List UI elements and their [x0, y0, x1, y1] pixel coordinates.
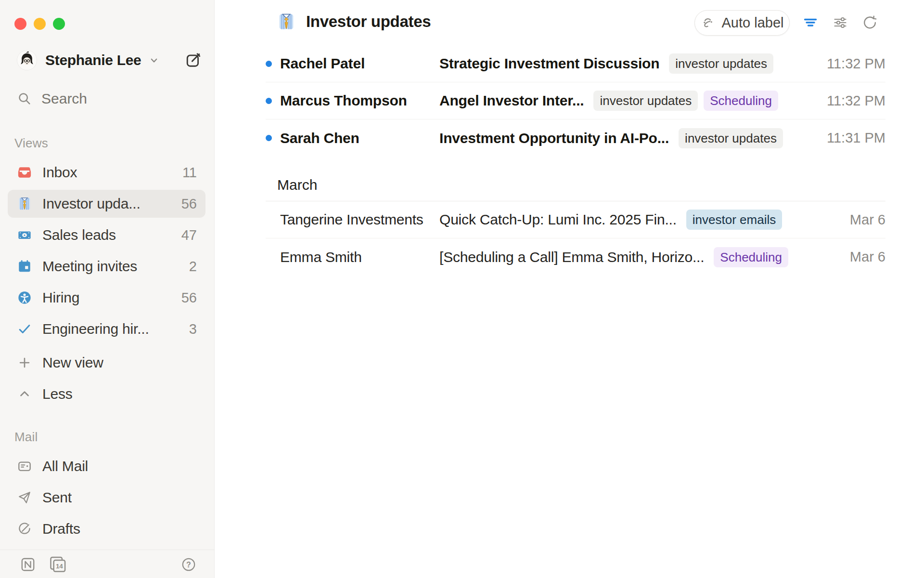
- inbox-icon: [17, 165, 32, 180]
- person-circle-icon: [17, 290, 32, 305]
- unread-count: 56: [181, 196, 197, 212]
- new-view-label: New view: [42, 355, 103, 371]
- mail-section-label: Mail: [14, 430, 38, 445]
- sidebar-item-hiring[interactable]: Hiring 56: [8, 284, 205, 312]
- email-tags: investor updates: [679, 128, 783, 148]
- email-row[interactable]: Emma Smith [Scheduling a Call] Emma Smit…: [266, 238, 886, 276]
- search-input[interactable]: Search: [17, 88, 195, 109]
- unread-dot-icon: [266, 98, 272, 104]
- display-settings-button[interactable]: [830, 12, 851, 33]
- calendar-icon: [17, 259, 32, 274]
- chevron-up-icon: [17, 387, 32, 401]
- all-mail-icon: [17, 459, 32, 473]
- sidebar-item-sales-leads[interactable]: Sales leads 47: [8, 221, 205, 249]
- email-tags: investor updates: [669, 53, 773, 74]
- compose-button[interactable]: [184, 51, 203, 69]
- email-subject: Quick Catch-Up: Lumi Inc. 2025 Fin...: [439, 211, 677, 228]
- email-tags: investor emails: [686, 210, 782, 230]
- banknote-icon: [17, 228, 32, 242]
- email-row[interactable]: Sarah Chen Investment Opportunity in AI-…: [266, 119, 886, 157]
- unread-dot-icon: [266, 135, 272, 141]
- help-button[interactable]: ?: [179, 555, 198, 574]
- email-tags: Scheduling: [714, 247, 788, 267]
- sidebar-item-sent[interactable]: Sent: [8, 484, 205, 512]
- email-row[interactable]: Marcus Thompson Angel Investor Inter... …: [266, 82, 886, 119]
- unread-indicator: [266, 98, 280, 104]
- refresh-button[interactable]: [859, 12, 880, 33]
- necktie-icon: [17, 197, 32, 211]
- unread-count: 47: [181, 227, 197, 243]
- question-mark-icon: ?: [181, 557, 196, 572]
- close-window-button[interactable]: [14, 18, 26, 30]
- date-group-heading: March: [266, 157, 886, 201]
- email-time: Mar 6: [840, 212, 886, 228]
- sidebar-item-meeting-invites[interactable]: Meeting invites 2: [8, 252, 205, 280]
- new-view-button[interactable]: New view: [8, 349, 205, 377]
- drafts-icon: [17, 522, 32, 536]
- unread-indicator: [266, 61, 280, 67]
- email-time: Mar 6: [840, 249, 886, 265]
- email-sender: Tangerine Investments: [280, 211, 439, 228]
- chevron-down-icon: [148, 54, 160, 66]
- unread-count: 3: [189, 321, 197, 337]
- unread-count: 2: [189, 259, 197, 275]
- zoom-window-button[interactable]: [53, 18, 65, 30]
- email-subject: Angel Investor Inter...: [439, 92, 584, 109]
- page-title: Investor updates: [306, 13, 431, 31]
- sidebar-item-label: Engineering hir...: [42, 321, 149, 337]
- less-button[interactable]: Less: [8, 380, 205, 408]
- minimize-window-button[interactable]: [34, 18, 46, 30]
- email-sender: Rachel Patel: [280, 55, 439, 72]
- search-placeholder: Search: [41, 91, 87, 107]
- mail-app-window: Stephanie Lee Search Views: [0, 0, 924, 578]
- notion-logo-icon: [20, 556, 36, 573]
- sidebar-item-investor-updates[interactable]: Investor upda... 56: [8, 190, 205, 218]
- compose-icon: [185, 52, 202, 68]
- email-row[interactable]: Tangerine Investments Quick Catch-Up: Lu…: [266, 201, 886, 238]
- sidebar-item-inbox[interactable]: Inbox 11: [8, 158, 205, 186]
- email-subject: Investment Opportunity in AI-Po...: [439, 130, 669, 146]
- auto-label-button[interactable]: Auto label: [694, 10, 790, 36]
- email-time: 11:32 PM: [817, 56, 886, 72]
- unread-count: 11: [182, 165, 197, 181]
- sidebar: Stephanie Lee Search Views: [0, 0, 215, 578]
- account-switcher[interactable]: Stephanie Lee: [17, 50, 204, 71]
- sidebar-item-all-mail[interactable]: All Mail: [8, 452, 205, 480]
- view-title-group: Investor updates: [277, 13, 431, 31]
- email-time: 11:32 PM: [817, 93, 886, 109]
- email-tags: investor updates Scheduling: [593, 91, 778, 111]
- email-time: 11:31 PM: [817, 130, 886, 146]
- sidebar-footer-divider: [0, 550, 215, 550]
- less-label: Less: [42, 386, 73, 402]
- sidebar-item-label: Inbox: [42, 164, 77, 181]
- label-tag: investor updates: [679, 128, 783, 148]
- refresh-icon: [862, 15, 877, 30]
- email-subject: Strategic Investment Discussion: [439, 55, 659, 72]
- list-header: Investor updates Auto label: [215, 0, 924, 46]
- user-name: Stephanie Lee: [45, 52, 141, 68]
- filter-button[interactable]: [800, 12, 821, 33]
- email-sender: Emma Smith: [280, 249, 439, 265]
- email-list: Rachel Patel Strategic Investment Discus…: [266, 45, 886, 276]
- notion-app-button[interactable]: [18, 555, 38, 574]
- label-tag: Scheduling: [704, 91, 778, 111]
- unread-dot-icon: [266, 61, 272, 67]
- sliders-icon: [833, 15, 848, 30]
- sidebar-item-label: Hiring: [42, 289, 79, 306]
- sidebar-item-label: Drafts: [42, 521, 80, 537]
- email-row[interactable]: Rachel Patel Strategic Investment Discus…: [266, 45, 886, 82]
- svg-text:?: ?: [186, 561, 191, 569]
- necktie-icon: [277, 13, 295, 31]
- auto-label-icon: [701, 16, 715, 30]
- email-sender: Sarah Chen: [280, 130, 439, 146]
- sidebar-item-engineering-hiring[interactable]: Engineering hir... 3: [8, 315, 205, 343]
- mail-list-pane: Investor updates Auto label: [215, 0, 924, 578]
- sidebar-item-label: Investor upda...: [42, 196, 141, 212]
- paper-plane-icon: [17, 490, 32, 505]
- sidebar-item-label: Meeting invites: [42, 258, 137, 275]
- sidebar-item-drafts[interactable]: Drafts: [8, 515, 205, 543]
- notion-calendar-button[interactable]: 14: [48, 555, 67, 574]
- views-section-label: Views: [14, 136, 48, 151]
- svg-text:14: 14: [56, 563, 63, 570]
- label-tag: investor updates: [593, 91, 698, 111]
